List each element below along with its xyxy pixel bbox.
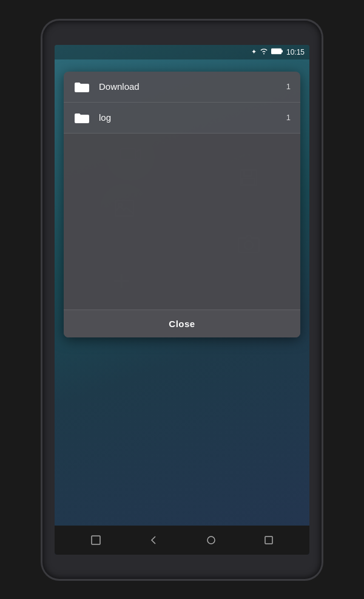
file-picker-dialog: Download 1 log 1 (64, 72, 300, 337)
recent-apps-button[interactable] (85, 529, 107, 551)
navigation-bar (55, 526, 309, 555)
wifi-icon (260, 48, 268, 56)
svg-rect-2 (281, 50, 283, 53)
bluetooth-icon: ✦ (251, 48, 257, 56)
dialog-spacer (64, 134, 300, 310)
svg-rect-1 (272, 49, 280, 53)
tablet-device: ✦ 10:15 (42, 21, 322, 579)
folder-item-download[interactable]: Download 1 (64, 72, 300, 103)
overview-button[interactable] (258, 529, 280, 551)
svg-rect-14 (265, 536, 272, 544)
dialog-container: Download 1 log 1 (64, 72, 300, 337)
status-bar: ✦ 10:15 (55, 45, 309, 59)
folder-name-log: log (99, 112, 286, 123)
folder-icon-log (73, 111, 90, 124)
battery-icon (271, 48, 283, 56)
svg-rect-12 (92, 536, 100, 544)
screen-content: Download 1 log 1 (55, 59, 309, 526)
folder-count-download: 1 (286, 82, 291, 91)
tablet-screen: ✦ 10:15 (55, 45, 309, 555)
folder-icon-download (73, 80, 90, 93)
folder-item-log[interactable]: log 1 (64, 103, 300, 134)
folder-name-download: Download (99, 81, 286, 92)
folder-list: Download 1 log 1 (64, 72, 300, 134)
back-button[interactable] (143, 529, 164, 551)
folder-count-log: 1 (286, 113, 291, 122)
svg-point-13 (207, 536, 215, 544)
close-button[interactable]: Close (64, 310, 300, 337)
status-time: 10:15 (286, 48, 305, 56)
home-button[interactable] (200, 529, 222, 551)
